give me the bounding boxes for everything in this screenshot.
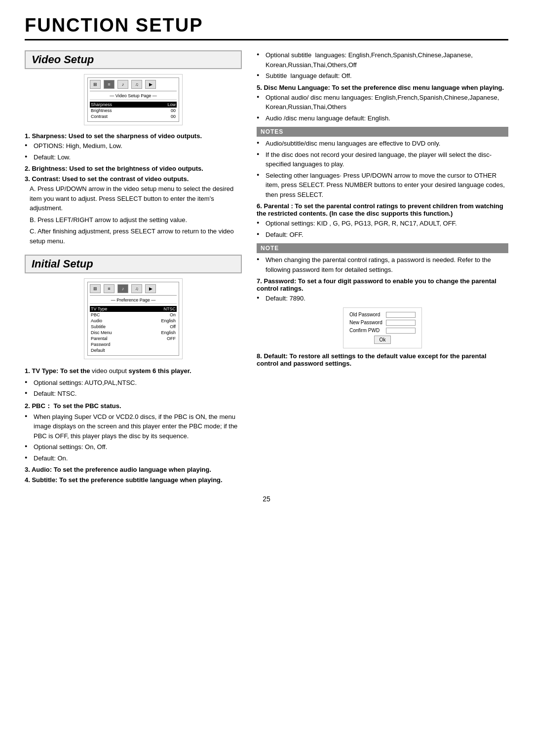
icon-grid2: ⊞ <box>90 284 101 293</box>
pbc-heading: 2. PBC： To set the PBC status. <box>25 402 242 411</box>
subtitle-heading: 4. Subtitle: To set the preference subti… <box>25 476 242 484</box>
disc-menu-heading: 5. Disc Menu Language: To set the prefer… <box>257 84 508 91</box>
initial-setup-image: ⊞ ≡ ♪ ♫ ▶ — Preference Page — TV TypeNTS… <box>84 278 183 359</box>
video-setup-image: ⊞ ≡ ♪ ♫ ▶ — Video Setup Page — Sharpness… <box>84 74 183 125</box>
bullet-item: Subtitle language default: Off. <box>257 71 508 81</box>
password-default-bullet: Default: 7890. <box>257 294 508 303</box>
new-password-label: New Password <box>349 320 382 325</box>
pref-row-tvtype: TV TypeNTSC <box>90 306 177 312</box>
tvtype-heading: 1. TV Type: To set the video output syst… <box>25 366 242 376</box>
old-password-row: Old Password <box>349 312 416 318</box>
pref-row-audio: AudioEnglish <box>90 318 177 324</box>
step-c: C. After finishing adjustment, press SEL… <box>30 227 242 246</box>
initial-setup-title: Initial Setup <box>25 255 242 273</box>
old-password-label: Old Password <box>349 312 380 317</box>
pref-row-subtitle: SubtitleOff <box>90 324 177 330</box>
notes-bullets: Audio/subtitle/disc menu languages are e… <box>257 139 508 199</box>
notes-label: NOTES <box>257 127 508 137</box>
pref-row-default: Default <box>90 347 177 353</box>
step-a: A. Press UP/DOWN arrow in the video setu… <box>30 184 242 213</box>
icon-list2: ≡ <box>104 284 114 293</box>
disc-menu-bullets: Optional audio/ disc menu languages: Eng… <box>257 93 508 123</box>
page-number: 25 <box>25 495 508 503</box>
pref-row-pbc: PBCOn <box>90 312 177 318</box>
bullet-item: Optional subtitle languages: English,Fre… <box>257 50 508 70</box>
pref-row-password: Password <box>90 341 177 347</box>
bullet-item: Optional settings: On, Off. <box>25 442 242 452</box>
note-bullets: When changing the parental control ratin… <box>257 255 508 274</box>
note-label: NOTE <box>257 243 508 253</box>
tvtype-bullets: Optional settings: AUTO,PAL,NTSC. Defaul… <box>25 378 242 399</box>
bullet-item: Optional settings: KID , G, PG, PG13, PG… <box>257 219 508 228</box>
initial-setup-section: Initial Setup ⊞ ≡ ♪ ♫ ▶ — Preference Pag… <box>25 255 242 484</box>
confirm-pwd-input[interactable] <box>386 328 416 334</box>
audio-heading: 3. Audio: To set the preference audio la… <box>25 466 242 473</box>
pref-row-parental: ParentalOFF <box>90 336 177 341</box>
bullet-item: Default: OFF. <box>257 230 508 240</box>
setup-row-sharpness: SharpnessLow <box>90 102 177 108</box>
bullet-item: Default: Low. <box>25 152 242 162</box>
password-heading: 7. Password: To set a four digit passwor… <box>257 277 508 292</box>
bullet-item: Optional audio/ disc menu languages: Eng… <box>257 93 508 112</box>
old-password-input[interactable] <box>386 312 416 318</box>
pref-page-label: — Preference Page — <box>90 298 177 304</box>
parental-bullets: Optional settings: KID , G, PG, PG13, PG… <box>257 219 508 239</box>
bullet-item: When playing Super VCD or VCD2.0 discs, … <box>25 412 242 441</box>
parental-heading: 6. Parental : To set the parental contro… <box>257 202 508 217</box>
icon-list: ≡ <box>104 80 114 89</box>
icon-music: ♫ <box>131 80 142 89</box>
setup-row-brightness: Brightness00 <box>90 108 177 113</box>
sharpness-bullets: OPTIONS: High, Medium, Low. Default: Low… <box>25 141 242 162</box>
bullet-item: When changing the parental control ratin… <box>257 255 508 274</box>
video-setup-section: Video Setup ⊞ ≡ ♪ ♫ ▶ — Video Setup Page… <box>25 50 242 246</box>
bullet-item: If the disc does not record your desired… <box>257 150 508 169</box>
page-title: FUNCTION SETUP <box>25 15 508 40</box>
sharpness-heading: 1. Sharpness: Used to set the sharpness … <box>25 132 242 140</box>
left-column: Video Setup ⊞ ≡ ♪ ♫ ▶ — Video Setup Page… <box>25 50 242 485</box>
pref-row-discmenu: Disc MenuEnglish <box>90 330 177 336</box>
confirm-pwd-label: Confirm PWD <box>349 328 380 333</box>
icon-grid: ⊞ <box>90 80 101 89</box>
ok-button[interactable]: Ok <box>374 336 391 344</box>
icon-film2: ▶ <box>145 284 156 293</box>
icon-film: ▶ <box>145 80 156 89</box>
bullet-item: Default: NTSC. <box>25 389 242 399</box>
confirm-pwd-row: Confirm PWD <box>349 328 416 334</box>
right-column: Optional subtitle languages: English,Fre… <box>257 50 508 485</box>
bullet-item: Optional settings: AUTO,PAL,NTSC. <box>25 378 242 388</box>
contrast-heading: 3. Contrast: Used to set the contrast of… <box>25 175 242 183</box>
new-password-input[interactable] <box>386 320 416 326</box>
bullet-item: Default: 7890. <box>257 294 508 303</box>
brightness-heading: 2. Brightness: Used to set the brightnes… <box>25 165 242 172</box>
icon-person2: ♪ <box>117 284 128 293</box>
video-setup-title: Video Setup <box>25 50 242 69</box>
video-page-label: — Video Setup Page — <box>90 93 177 100</box>
bullet-item: Default: On. <box>25 454 242 463</box>
icon-music2: ♫ <box>131 284 142 293</box>
icon-person: ♪ <box>117 80 128 89</box>
pbc-bullets: When playing Super VCD or VCD2.0 discs, … <box>25 412 242 463</box>
bullet-item: Audio /disc menu language default: Engli… <box>257 113 508 123</box>
step-b: B. Press LEFT/RIGHT arrow to adjust the … <box>30 215 242 225</box>
subtitle-options-bullets: Optional subtitle languages: English,Fre… <box>257 50 508 81</box>
new-password-row: New Password <box>349 320 416 326</box>
bullet-item: Audio/subtitle/disc menu languages are e… <box>257 139 508 149</box>
pref-setup-rows: TV TypeNTSC PBCOn AudioEnglish SubtitleO… <box>90 306 177 353</box>
video-setup-rows: SharpnessLow Brightness00 Contrast00 <box>90 102 177 119</box>
default-heading: 8. Default: To restore all settings to t… <box>257 352 508 367</box>
setup-row-contrast: Contrast00 <box>90 113 177 119</box>
bullet-item: Selecting other languages· Press UP/DOWN… <box>257 171 508 200</box>
password-box: Old Password New Password Confirm PWD Ok <box>343 307 422 348</box>
bullet-item: OPTIONS: High, Medium, Low. <box>25 141 242 151</box>
